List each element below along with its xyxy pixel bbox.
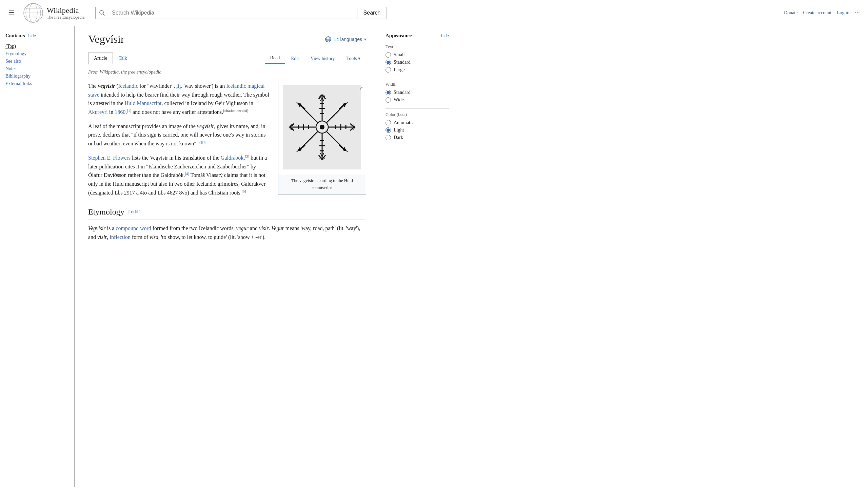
logo-text: Wikipedia The Free Encyclopedia bbox=[47, 6, 84, 20]
width-standard-option[interactable]: Standard bbox=[386, 90, 449, 95]
width-standard-label: Standard bbox=[394, 90, 411, 95]
svg-line-47 bbox=[305, 141, 308, 144]
cite-3[interactable]: [3] bbox=[245, 154, 249, 158]
inflection-link[interactable]: inflection bbox=[110, 234, 131, 240]
hide-appearance-button[interactable]: hide bbox=[441, 34, 449, 38]
text-large-label: Large bbox=[394, 67, 405, 73]
text-label: Text bbox=[386, 44, 449, 49]
width-wide-option[interactable]: Wide bbox=[386, 97, 449, 103]
expand-image-icon[interactable]: ⤢ bbox=[359, 85, 363, 92]
edit-link[interactable]: edit bbox=[131, 209, 138, 214]
log-in-link[interactable]: Log in bbox=[837, 10, 849, 16]
color-automatic-radio[interactable] bbox=[386, 120, 391, 125]
article-tabs: Article Talk Read Edit View history Tool… bbox=[88, 53, 366, 64]
logo-title: Wikipedia bbox=[47, 6, 84, 15]
width-label: Width bbox=[386, 82, 449, 87]
from-wikipedia-text: From Wikipedia, the free encyclopedia bbox=[88, 69, 366, 75]
color-light-option[interactable]: Light bbox=[386, 127, 449, 133]
appearance-header: Appearance hide bbox=[386, 33, 449, 39]
page-title: Vegvísir 14 languages ▾ bbox=[88, 33, 366, 47]
appearance-title: Appearance bbox=[386, 33, 412, 39]
divider-2 bbox=[386, 108, 449, 108]
languages-label: 14 languages bbox=[334, 37, 362, 42]
cite-1b[interactable]: [1] bbox=[202, 140, 206, 144]
language-icon bbox=[325, 36, 332, 43]
tab-article[interactable]: Article bbox=[88, 53, 113, 64]
search-form: Search bbox=[95, 7, 387, 19]
toc-item-see-also[interactable]: See also bbox=[5, 58, 69, 65]
toc-item-bibliography[interactable]: Bibliography bbox=[5, 73, 69, 80]
appearance-panel: Appearance hide Text Small Standard Larg… bbox=[380, 26, 454, 487]
text-large-radio[interactable] bbox=[386, 67, 391, 73]
text-size-section: Text Small Standard Large bbox=[386, 44, 449, 73]
right-tabs: Read Edit View history Tools ▾ bbox=[265, 53, 366, 64]
search-icon bbox=[96, 7, 108, 19]
cite-4[interactable]: [4] bbox=[185, 171, 189, 176]
contents-header: Contents hide bbox=[5, 33, 69, 39]
svg-point-62 bbox=[320, 125, 324, 129]
logo-subtitle: The Free Encyclopedia bbox=[47, 15, 84, 20]
cite-1[interactable]: [1] bbox=[127, 108, 131, 113]
tab-edit[interactable]: Edit bbox=[285, 53, 304, 64]
color-automatic-label: Automatic bbox=[394, 120, 414, 125]
galdrabok-link[interactable]: Galdrabók bbox=[221, 155, 244, 161]
akureyri-link[interactable]: Akureyri bbox=[88, 109, 108, 115]
hide-contents-button[interactable]: hide bbox=[28, 34, 36, 38]
contents-title: Contents bbox=[5, 33, 25, 39]
width-wide-radio[interactable] bbox=[386, 97, 391, 103]
width-section: Width Standard Wide bbox=[386, 82, 449, 103]
search-button[interactable]: Search bbox=[357, 7, 387, 19]
stephen-flowers-link[interactable]: Stephen E. Flowers bbox=[88, 155, 131, 161]
color-dark-option[interactable]: Dark bbox=[386, 135, 449, 140]
chevron-down-icon: ▾ bbox=[364, 37, 366, 42]
compound-word-link[interactable]: compound word bbox=[116, 225, 151, 231]
svg-line-59 bbox=[332, 137, 334, 139]
cite-2[interactable]: [2] bbox=[198, 140, 202, 144]
color-label: Color (beta) bbox=[386, 112, 449, 117]
menu-icon[interactable]: ☰ bbox=[8, 8, 15, 17]
1860-link[interactable]: 1860 bbox=[115, 109, 125, 115]
width-standard-radio[interactable] bbox=[386, 90, 391, 95]
create-account-link[interactable]: Create account bbox=[803, 10, 831, 16]
tab-talk[interactable]: Talk bbox=[113, 53, 133, 64]
tools-tab[interactable]: Tools ▾ bbox=[341, 53, 366, 64]
cite-5[interactable]: [5] bbox=[242, 189, 246, 193]
text-large-option[interactable]: Large bbox=[386, 67, 449, 73]
article-content: ⤢ The vegvísir according to the Huld man… bbox=[88, 82, 366, 241]
main-layout: Contents hide (Top) Etymology See also N… bbox=[0, 26, 868, 487]
more-options-icon[interactable]: ··· bbox=[855, 9, 860, 17]
right-nav: Donate Create account Log in ··· bbox=[784, 9, 860, 17]
languages-button[interactable]: 14 languages ▾ bbox=[325, 36, 366, 43]
toc-item-notes[interactable]: Notes bbox=[5, 65, 69, 73]
toc-item-external-links[interactable]: External links bbox=[5, 80, 69, 87]
divider-1 bbox=[386, 78, 449, 78]
top-navigation: ☰ Wikipedia The Free Encyclopedia Search… bbox=[0, 0, 868, 26]
text-small-radio[interactable] bbox=[386, 52, 391, 58]
etymology-edit-link[interactable]: [ edit ] bbox=[129, 208, 140, 216]
text-standard-option[interactable]: Standard bbox=[386, 60, 449, 65]
color-dark-radio[interactable] bbox=[386, 135, 391, 140]
table-of-contents: (Top) Etymology See also Notes Bibliogra… bbox=[5, 43, 69, 87]
icelandic-link[interactable]: Icelandic bbox=[118, 83, 138, 89]
color-light-radio[interactable] bbox=[386, 127, 391, 133]
article-area: Vegvísir 14 languages ▾ Article Talk Rea… bbox=[75, 26, 380, 487]
tab-view-history[interactable]: View history bbox=[305, 53, 341, 64]
svg-line-44 bbox=[332, 115, 334, 118]
svg-line-52 bbox=[305, 110, 308, 113]
color-automatic-option[interactable]: Automatic bbox=[386, 120, 449, 125]
sidebar: Contents hide (Top) Etymology See also N… bbox=[0, 26, 75, 487]
toc-item-top[interactable]: (Top) bbox=[5, 43, 69, 50]
toc-item-etymology[interactable]: Etymology bbox=[5, 50, 69, 58]
logo-link[interactable]: Wikipedia The Free Encyclopedia bbox=[23, 3, 84, 23]
width-wide-label: Wide bbox=[394, 97, 404, 103]
donate-link[interactable]: Donate bbox=[784, 10, 797, 16]
svg-line-54 bbox=[310, 115, 313, 118]
tab-read[interactable]: Read bbox=[265, 53, 285, 64]
text-small-label: Small bbox=[394, 52, 405, 58]
search-input[interactable] bbox=[108, 7, 357, 19]
text-small-option[interactable]: Small bbox=[386, 52, 449, 58]
text-standard-radio[interactable] bbox=[386, 60, 391, 65]
text-standard-label: Standard bbox=[394, 60, 411, 65]
vegvisir-symbol bbox=[283, 85, 361, 169]
huld-manuscript-link[interactable]: Huld Manuscript bbox=[125, 100, 162, 106]
